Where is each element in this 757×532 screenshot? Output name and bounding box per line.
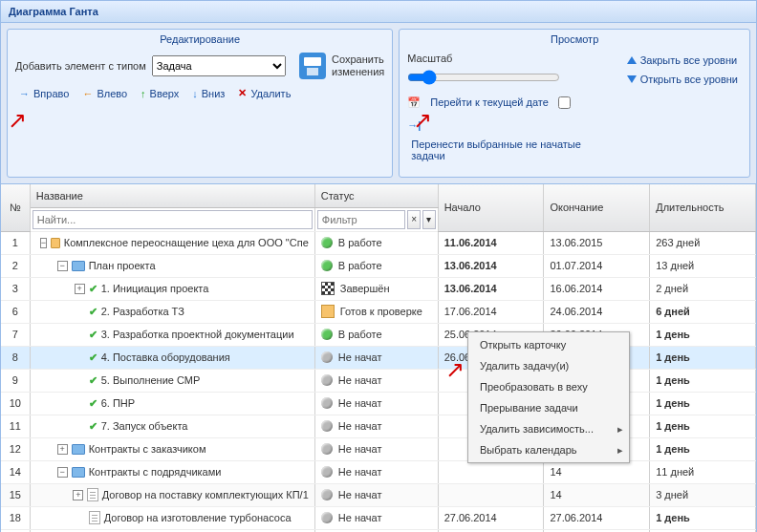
start-date: 17.06.2014 [438,300,544,323]
duration: 1 день [650,506,756,529]
duration: 1 день [650,346,756,369]
status-dot-icon [321,420,333,432]
table-row[interactable]: 18 Договор на изготовление турбонасосаНе… [1,506,756,529]
toolbar: Редактирование Добавить элемент с типом … [1,23,756,184]
delete-button[interactable]: ✕Удалить [234,85,294,101]
edit-toolbox: Редактирование Добавить элемент с типом … [7,29,393,178]
status-ready-icon [321,305,335,318]
table-row[interactable]: 11 ✔ 7. Запуск объектаНе начат141 день [1,415,756,437]
expander-button[interactable]: − [57,261,68,271]
arrow-left-icon: ← [82,88,93,99]
table-row[interactable]: 9 ✔ 5. Выполнение СМРНе начат141 день [1,369,756,392]
table-row[interactable]: 12+ Контракты с заказчикомНе начат141 де… [1,437,756,460]
goto-today-button[interactable]: Перейти к текущей дате [426,95,552,110]
task-name: 5. Выполнение СМР [101,374,201,386]
status-text: Готов к проверке [340,306,422,317]
indent-right-button[interactable]: →Вправо [15,86,73,101]
arrow-right-icon: → [19,88,30,99]
status-dot-icon [321,351,333,363]
status-dot-icon [321,329,333,340]
folder-icon [72,467,85,478]
status-dot-icon [321,260,333,271]
col-start[interactable]: Начало [438,184,544,231]
menu-delete-task[interactable]: Удалить задачу(и) [468,355,629,376]
task-grid: № Название Статус Начало Окончание Длите… [1,184,756,532]
task-name: План проекта [89,260,156,271]
start-date: 11.06.2014 [438,231,544,254]
save-button[interactable]: Сохранитьизменения [332,53,384,78]
status-text: В работе [338,237,382,248]
check-icon: ✔ [89,306,97,318]
start-date: 27.06.2014 [438,506,544,529]
collapse-all-button[interactable]: Закрыть все уровни [623,53,742,68]
menu-open-card[interactable]: Открыть карточку [468,334,629,355]
indent-left-button[interactable]: ←Влево [78,86,131,101]
table-row[interactable]: 15+ Договор на поставку комплектующих КП… [1,483,756,506]
row-number: 7 [1,323,30,346]
table-row[interactable]: 3+ ✔ 1. Инициация проектаЗавершён13.06.2… [1,277,756,300]
col-status[interactable]: Статус [314,184,438,207]
gantt-panel: Диаграмма Ганта Редактирование Добавить … [0,0,757,532]
filter-dropdown-button[interactable]: ▾ [422,210,436,229]
status-dot-icon [321,237,333,248]
status-check-icon [321,282,335,295]
document-icon [87,488,98,501]
status-filter[interactable] [317,210,406,229]
col-num[interactable]: № [1,184,30,231]
save-icon[interactable] [299,53,326,79]
header-row: № Название Статус Начало Окончание Длите… [1,184,756,207]
table-row[interactable]: 14− Контракты с подрядчикамиНе начат1411… [1,460,756,483]
menu-choose-calendar[interactable]: Выбрать календарь [468,439,629,460]
move-up-button[interactable]: ↑Вверх [137,86,183,101]
row-number: 8 [1,346,30,369]
duration: 1 день [650,415,756,437]
move-down-button[interactable]: ↓Вниз [188,86,228,101]
goto-today-checkbox[interactable] [558,96,571,109]
menu-convert-milestone[interactable]: Преобразовать в веху [468,376,629,397]
duration: 11 дней [650,460,756,483]
table-row[interactable]: 7 ✔ 3. Разработка проектной документации… [1,323,756,346]
col-end[interactable]: Окончание [544,184,650,231]
status-text: В работе [338,260,382,271]
duration: 6 дней [650,300,756,323]
move-unstarted-button[interactable]: Перенести выбранные не начатые задачи [407,137,609,163]
name-filter[interactable] [32,210,313,229]
type-select[interactable]: Задача [152,55,286,76]
row-number: 3 [1,277,30,300]
menu-interrupt[interactable]: Прерывание задачи [468,397,629,418]
task-name: 4. Поставка оборудования [101,351,230,363]
expander-button[interactable]: + [57,444,68,455]
table-row[interactable]: 10 ✔ 6. ПНРНе начат141 день [1,392,756,415]
status-dot-icon [321,374,333,386]
expander-button[interactable]: − [57,467,68,478]
status-text: В работе [338,329,382,340]
task-name: 7. Запуск объекта [101,420,188,432]
col-dur[interactable]: Длительность [650,184,756,231]
end-date: 14 [544,483,650,506]
view-title: Просмотр [400,30,749,49]
menu-remove-dependency[interactable]: Удалить зависимость... [468,418,629,439]
table-row[interactable]: 6 ✔ 2. Разработка ТЗГотов к проверке17.0… [1,300,756,323]
row-number: 14 [1,460,30,483]
expander-button[interactable]: + [73,490,83,500]
table-row[interactable]: 2− План проектаВ работе13.06.201401.07.2… [1,254,756,277]
status-text: Не начат [338,374,382,386]
status-text: Не начат [338,489,382,500]
arrow-down-icon: ↓ [192,88,198,99]
table-row[interactable]: 1− Комплексное переоснащение цеха для ОО… [1,231,756,254]
duration: 1 день [650,392,756,415]
check-icon: ✔ [89,351,97,364]
status-text: Не начат [338,466,382,478]
task-name: Комплексное переоснащение цеха для ООО "… [64,237,309,248]
expander-button[interactable]: − [40,238,48,248]
col-name[interactable]: Название [30,184,314,207]
folder-icon [72,444,85,455]
filter-clear-button[interactable]: × [407,210,421,229]
folder-icon [51,238,59,248]
expand-all-button[interactable]: Открыть все уровни [623,72,742,87]
expander-button[interactable]: + [75,284,85,294]
task-name: Контракты с заказчиком [89,443,206,455]
status-text: Не начат [338,351,382,363]
table-row[interactable]: 8 ✔ 4. Поставка оборудованияНе начат26.0… [1,346,756,369]
scale-slider[interactable] [407,70,560,85]
